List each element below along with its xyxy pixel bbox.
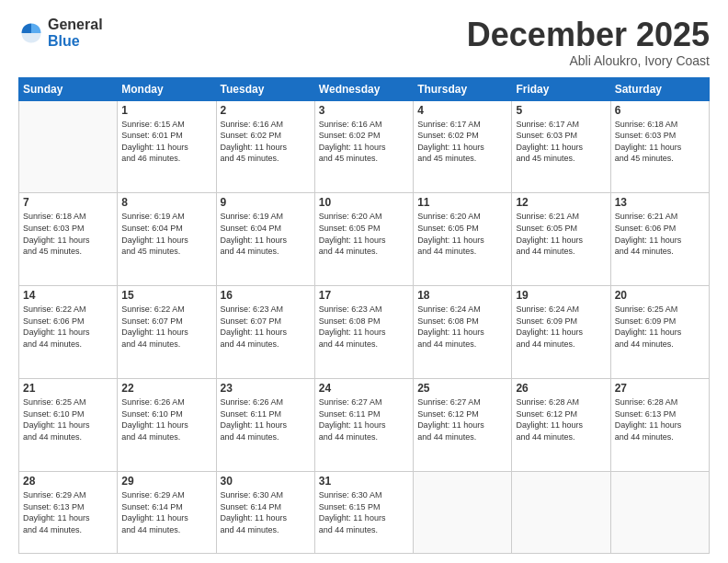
col-wednesday: Wednesday (314, 77, 413, 100)
cell-info: Sunrise: 6:17 AMSunset: 6:03 PMDaylight:… (516, 119, 606, 165)
table-row: 6Sunrise: 6:18 AMSunset: 6:03 PMDaylight… (610, 100, 709, 193)
table-row: 2Sunrise: 6:16 AMSunset: 6:02 PMDaylight… (216, 100, 314, 193)
calendar-week-row: 28Sunrise: 6:29 AMSunset: 6:13 PMDayligh… (19, 471, 710, 553)
cell-info: Sunrise: 6:23 AMSunset: 6:07 PMDaylight:… (221, 304, 311, 350)
cell-info: Sunrise: 6:22 AMSunset: 6:07 PMDaylight:… (121, 304, 211, 350)
day-number: 18 (417, 289, 507, 302)
day-number: 1 (121, 104, 211, 117)
day-number: 19 (516, 289, 606, 302)
day-number: 28 (23, 475, 113, 488)
day-number: 30 (221, 475, 311, 488)
day-number: 20 (615, 289, 705, 302)
day-number: 22 (121, 382, 211, 395)
table-row: 4Sunrise: 6:17 AMSunset: 6:02 PMDaylight… (414, 100, 512, 193)
col-thursday: Thursday (414, 77, 512, 100)
cell-info: Sunrise: 6:16 AMSunset: 6:02 PMDaylight:… (319, 119, 409, 165)
day-number: 16 (221, 289, 311, 302)
table-row (414, 471, 512, 553)
header: General Blue December 2025 Abli Aloukro,… (18, 17, 710, 68)
cell-info: Sunrise: 6:26 AMSunset: 6:10 PMDaylight:… (121, 396, 211, 442)
col-saturday: Saturday (610, 77, 709, 100)
cell-info: Sunrise: 6:24 AMSunset: 6:09 PMDaylight:… (516, 304, 606, 350)
calendar-week-row: 1Sunrise: 6:15 AMSunset: 6:01 PMDaylight… (19, 100, 710, 193)
table-row: 28Sunrise: 6:29 AMSunset: 6:13 PMDayligh… (19, 471, 118, 553)
day-number: 11 (417, 196, 507, 209)
cell-info: Sunrise: 6:27 AMSunset: 6:12 PMDaylight:… (417, 396, 507, 442)
cell-info: Sunrise: 6:29 AMSunset: 6:14 PMDaylight:… (121, 489, 211, 535)
table-row: 20Sunrise: 6:25 AMSunset: 6:09 PMDayligh… (610, 286, 709, 379)
table-row: 7Sunrise: 6:18 AMSunset: 6:03 PMDaylight… (19, 193, 118, 286)
calendar-week-row: 21Sunrise: 6:25 AMSunset: 6:10 PMDayligh… (19, 379, 710, 472)
table-row: 11Sunrise: 6:20 AMSunset: 6:05 PMDayligh… (414, 193, 512, 286)
cell-info: Sunrise: 6:17 AMSunset: 6:02 PMDaylight:… (417, 119, 507, 165)
table-row: 25Sunrise: 6:27 AMSunset: 6:12 PMDayligh… (414, 379, 512, 472)
cell-info: Sunrise: 6:27 AMSunset: 6:11 PMDaylight:… (319, 396, 409, 442)
day-number: 2 (221, 104, 311, 117)
table-row: 21Sunrise: 6:25 AMSunset: 6:10 PMDayligh… (19, 379, 118, 472)
cell-info: Sunrise: 6:26 AMSunset: 6:11 PMDaylight:… (221, 396, 311, 442)
day-number: 21 (23, 382, 113, 395)
table-row: 3Sunrise: 6:16 AMSunset: 6:02 PMDaylight… (314, 100, 413, 193)
cell-info: Sunrise: 6:19 AMSunset: 6:04 PMDaylight:… (221, 211, 311, 257)
day-number: 26 (516, 382, 606, 395)
day-number: 27 (615, 382, 705, 395)
cell-info: Sunrise: 6:18 AMSunset: 6:03 PMDaylight:… (615, 119, 705, 165)
table-row: 27Sunrise: 6:28 AMSunset: 6:13 PMDayligh… (610, 379, 709, 472)
day-number: 25 (417, 382, 507, 395)
month-title: December 2025 (467, 17, 710, 53)
title-area: December 2025 Abli Aloukro, Ivory Coast (467, 17, 710, 68)
day-number: 17 (319, 289, 409, 302)
table-row: 15Sunrise: 6:22 AMSunset: 6:07 PMDayligh… (118, 286, 216, 379)
day-number: 9 (221, 196, 311, 209)
day-number: 15 (121, 289, 211, 302)
cell-info: Sunrise: 6:28 AMSunset: 6:13 PMDaylight:… (615, 396, 705, 442)
day-number: 5 (516, 104, 606, 117)
cell-info: Sunrise: 6:24 AMSunset: 6:08 PMDaylight:… (417, 304, 507, 350)
day-number: 14 (23, 289, 113, 302)
cell-info: Sunrise: 6:25 AMSunset: 6:10 PMDaylight:… (23, 396, 113, 442)
cell-info: Sunrise: 6:20 AMSunset: 6:05 PMDaylight:… (417, 211, 507, 257)
cell-info: Sunrise: 6:16 AMSunset: 6:02 PMDaylight:… (221, 119, 311, 165)
table-row: 12Sunrise: 6:21 AMSunset: 6:05 PMDayligh… (512, 193, 610, 286)
table-row (512, 471, 610, 553)
table-row: 8Sunrise: 6:19 AMSunset: 6:04 PMDaylight… (118, 193, 216, 286)
table-row: 1Sunrise: 6:15 AMSunset: 6:01 PMDaylight… (118, 100, 216, 193)
day-number: 31 (319, 475, 409, 488)
location-subtitle: Abli Aloukro, Ivory Coast (467, 53, 710, 68)
table-row: 29Sunrise: 6:29 AMSunset: 6:14 PMDayligh… (118, 471, 216, 553)
cell-info: Sunrise: 6:30 AMSunset: 6:14 PMDaylight:… (221, 489, 311, 535)
day-number: 23 (221, 382, 311, 395)
table-row: 17Sunrise: 6:23 AMSunset: 6:08 PMDayligh… (314, 286, 413, 379)
day-number: 29 (121, 475, 211, 488)
logo-icon (18, 20, 44, 46)
cell-info: Sunrise: 6:22 AMSunset: 6:06 PMDaylight:… (23, 304, 113, 350)
page: General Blue December 2025 Abli Aloukro,… (0, 0, 728, 563)
logo-blue-text: Blue (48, 33, 103, 50)
calendar-table: Sunday Monday Tuesday Wednesday Thursday… (18, 77, 710, 554)
calendar-week-row: 7Sunrise: 6:18 AMSunset: 6:03 PMDaylight… (19, 193, 710, 286)
cell-info: Sunrise: 6:29 AMSunset: 6:13 PMDaylight:… (23, 489, 113, 535)
table-row: 23Sunrise: 6:26 AMSunset: 6:11 PMDayligh… (216, 379, 314, 472)
logo-text: General Blue (48, 17, 103, 49)
cell-info: Sunrise: 6:30 AMSunset: 6:15 PMDaylight:… (319, 489, 409, 535)
cell-info: Sunrise: 6:23 AMSunset: 6:08 PMDaylight:… (319, 304, 409, 350)
table-row: 16Sunrise: 6:23 AMSunset: 6:07 PMDayligh… (216, 286, 314, 379)
table-row: 14Sunrise: 6:22 AMSunset: 6:06 PMDayligh… (19, 286, 118, 379)
table-row: 30Sunrise: 6:30 AMSunset: 6:14 PMDayligh… (216, 471, 314, 553)
col-monday: Monday (118, 77, 216, 100)
day-number: 7 (23, 196, 113, 209)
cell-info: Sunrise: 6:19 AMSunset: 6:04 PMDaylight:… (121, 211, 211, 257)
day-number: 3 (319, 104, 409, 117)
day-number: 6 (615, 104, 705, 117)
table-row: 22Sunrise: 6:26 AMSunset: 6:10 PMDayligh… (118, 379, 216, 472)
table-row: 24Sunrise: 6:27 AMSunset: 6:11 PMDayligh… (314, 379, 413, 472)
day-number: 12 (516, 196, 606, 209)
table-row: 31Sunrise: 6:30 AMSunset: 6:15 PMDayligh… (314, 471, 413, 553)
cell-info: Sunrise: 6:28 AMSunset: 6:12 PMDaylight:… (516, 396, 606, 442)
day-number: 24 (319, 382, 409, 395)
day-number: 10 (319, 196, 409, 209)
calendar-header-row: Sunday Monday Tuesday Wednesday Thursday… (19, 77, 710, 100)
logo-general-text: General (48, 17, 103, 33)
logo: General Blue (18, 17, 103, 49)
table-row (610, 471, 709, 553)
